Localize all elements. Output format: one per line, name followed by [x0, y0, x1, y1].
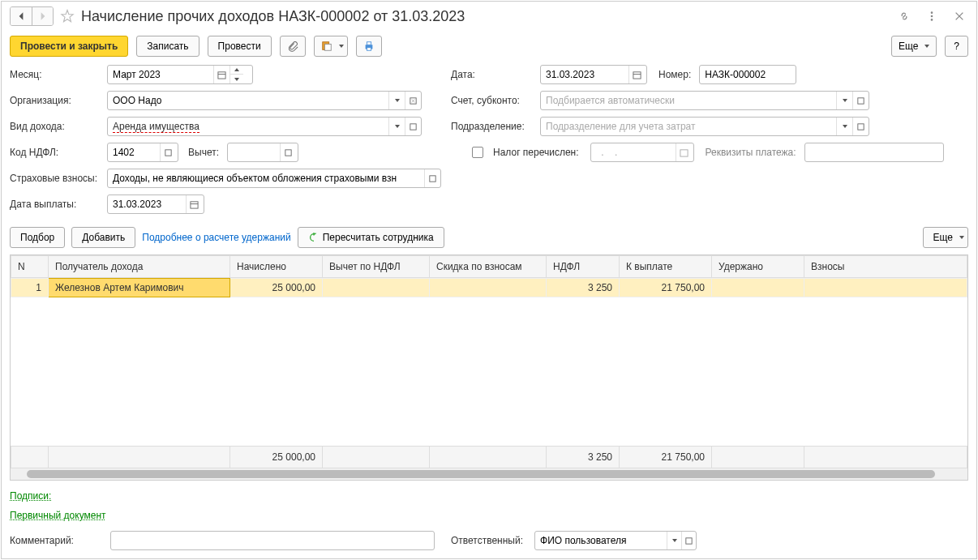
- svg-rect-22: [686, 537, 692, 543]
- menu-icon[interactable]: [923, 7, 941, 25]
- calendar-icon[interactable]: [186, 195, 202, 213]
- select-button[interactable]: Подбор: [10, 227, 65, 248]
- help-button[interactable]: ?: [945, 36, 968, 57]
- register-button[interactable]: [314, 36, 348, 57]
- payout-date-input[interactable]: [108, 195, 186, 213]
- link-icon[interactable]: [895, 7, 913, 25]
- attach-button[interactable]: [280, 36, 306, 57]
- account-label: Счет, субконто:: [451, 95, 532, 106]
- signatures-link[interactable]: Подписи:: [10, 490, 968, 502]
- account-input[interactable]: [541, 92, 836, 109]
- save-button[interactable]: Записать: [136, 36, 199, 57]
- insurance-label: Страховые взносы:: [10, 173, 102, 184]
- dept-label: Подразделение:: [451, 121, 532, 132]
- month-down[interactable]: [230, 75, 243, 83]
- open-icon[interactable]: [280, 143, 296, 161]
- post-and-close-button[interactable]: Провести и закрыть: [10, 36, 128, 57]
- svg-rect-19: [430, 175, 435, 181]
- open-icon[interactable]: [852, 92, 869, 109]
- primary-doc-link[interactable]: Первичный документ: [10, 510, 968, 521]
- calendar-icon[interactable]: [628, 66, 645, 83]
- deduction-input[interactable]: [228, 143, 280, 161]
- insurance-input[interactable]: [108, 169, 424, 187]
- back-button[interactable]: [11, 7, 32, 25]
- close-icon[interactable]: [950, 7, 968, 25]
- dropdown-icon[interactable]: [836, 92, 852, 109]
- open-icon[interactable]: [160, 143, 176, 161]
- dept-input[interactable]: [541, 118, 836, 135]
- dropdown-icon[interactable]: [388, 118, 405, 135]
- date-label: Дата:: [451, 69, 532, 80]
- dropdown-icon[interactable]: [388, 92, 405, 109]
- comment-input[interactable]: [111, 532, 434, 549]
- svg-rect-8: [218, 71, 225, 78]
- col-to-pay[interactable]: К выплате: [620, 256, 712, 278]
- svg-rect-20: [191, 201, 198, 207]
- responsible-input[interactable]: [535, 532, 667, 549]
- open-icon[interactable]: [405, 118, 421, 135]
- payout-date-label: Дата выплаты:: [10, 199, 102, 210]
- open-icon[interactable]: [681, 532, 696, 549]
- table-more-button[interactable]: Еще: [923, 227, 968, 248]
- dropdown-icon[interactable]: [836, 118, 852, 135]
- svg-rect-10: [633, 71, 641, 78]
- ndfl-code-input[interactable]: [108, 143, 160, 161]
- print-button[interactable]: [356, 36, 382, 57]
- add-button[interactable]: Добавить: [71, 227, 135, 248]
- number-input[interactable]: [700, 66, 794, 83]
- table-row[interactable]: 1 Железнов Артем Каримович 25 000,00 3 2…: [11, 279, 967, 297]
- col-ndfl-deduction[interactable]: Вычет по НДФЛ: [323, 256, 430, 278]
- favorite-icon[interactable]: [60, 9, 75, 24]
- income-type-input[interactable]: Аренда имущества: [113, 121, 199, 133]
- month-input[interactable]: [108, 66, 213, 83]
- forward-button[interactable]: [32, 7, 53, 25]
- horizontal-scrollbar[interactable]: [11, 468, 967, 480]
- svg-point-0: [931, 11, 933, 14]
- col-recipient[interactable]: Получатель дохода: [49, 256, 230, 278]
- month-up[interactable]: [230, 66, 243, 75]
- svg-rect-7: [367, 48, 371, 51]
- col-contrib-discount[interactable]: Скидка по взносам: [430, 256, 547, 278]
- more-button[interactable]: Еще: [891, 36, 937, 57]
- svg-rect-14: [410, 123, 416, 129]
- svg-rect-16: [165, 149, 171, 155]
- svg-rect-6: [367, 42, 371, 45]
- totals-row: 25 000,00 3 250 21 750,00: [11, 447, 967, 468]
- toolbar: Провести и закрыть Записать Провести Еще…: [2, 31, 976, 62]
- calendar-icon[interactable]: [213, 66, 229, 83]
- ndfl-code-label: Код НДФЛ:: [10, 147, 102, 158]
- svg-rect-4: [324, 44, 331, 50]
- col-withheld[interactable]: Удержано: [712, 256, 804, 278]
- svg-rect-17: [285, 149, 291, 155]
- income-table: N Получатель дохода Начислено Вычет по Н…: [10, 254, 968, 481]
- dropdown-icon[interactable]: [667, 532, 681, 549]
- org-label: Организация:: [10, 95, 102, 106]
- payment-details-label: Реквизиты платежа:: [706, 147, 796, 158]
- date-input[interactable]: [541, 66, 628, 83]
- page-title: Начисление прочих доходов НАЗК-000002 от…: [81, 8, 889, 25]
- svg-rect-13: [858, 97, 864, 103]
- number-label: Номер:: [658, 69, 691, 80]
- responsible-label: Ответственный:: [451, 535, 523, 546]
- post-button[interactable]: Провести: [208, 36, 272, 57]
- tax-date-input[interactable]: [591, 143, 676, 161]
- month-label: Месяц:: [10, 69, 102, 80]
- tax-paid-label: Налог перечислен:: [493, 147, 579, 158]
- calendar-icon[interactable]: [676, 143, 692, 161]
- tax-paid-checkbox[interactable]: [472, 147, 483, 158]
- col-n[interactable]: N: [11, 256, 49, 278]
- payment-details-input[interactable]: [805, 143, 943, 161]
- col-accrued[interactable]: Начислено: [230, 256, 323, 278]
- open-icon[interactable]: [852, 118, 869, 135]
- col-ndfl[interactable]: НДФЛ: [547, 256, 620, 278]
- comment-label: Комментарий:: [10, 535, 102, 546]
- income-type-label: Вид дохода:: [10, 121, 102, 132]
- org-input[interactable]: [108, 92, 388, 109]
- deduction-label: Вычет:: [188, 147, 219, 158]
- open-icon[interactable]: [424, 169, 440, 187]
- open-icon[interactable]: [405, 92, 421, 109]
- details-link[interactable]: Подробнее о расчете удержаний: [142, 232, 290, 243]
- col-contributions[interactable]: Взносы: [804, 256, 967, 278]
- svg-rect-18: [680, 149, 687, 156]
- recalc-button[interactable]: Пересчитать сотрудника: [298, 227, 444, 248]
